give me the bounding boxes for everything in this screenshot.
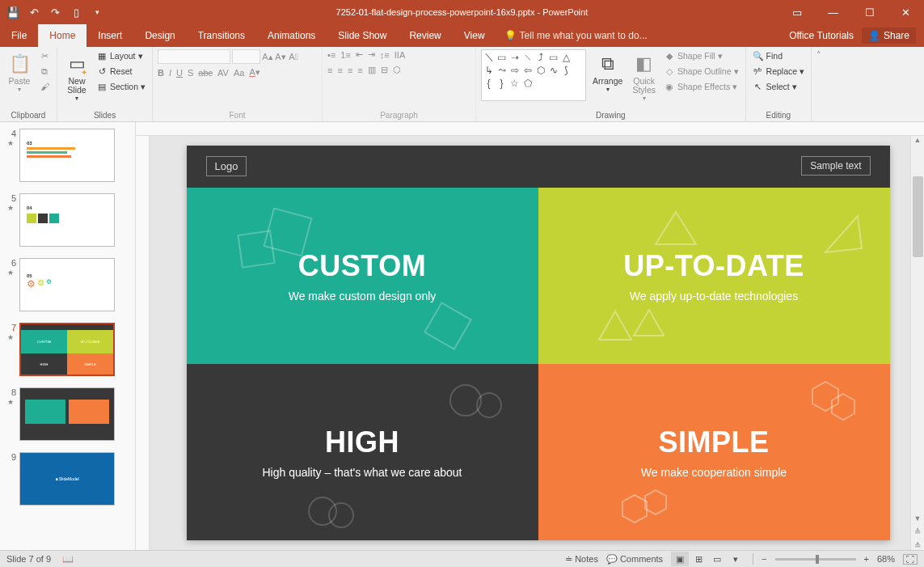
- notes-button[interactable]: ≐Notes: [565, 554, 598, 565]
- shape-line2-icon[interactable]: ⟍: [522, 52, 533, 62]
- font-color-button[interactable]: A▾: [249, 67, 259, 78]
- thumbnail-8[interactable]: 8★: [0, 384, 135, 449]
- quadrant-custom[interactable]: CUSTOM We make custom design only: [187, 188, 538, 364]
- tab-view[interactable]: View: [453, 24, 496, 47]
- slide[interactable]: Logo Sample text CUSTOM We make custom d…: [187, 146, 890, 540]
- normal-view-icon[interactable]: ▣: [671, 552, 689, 566]
- tab-file[interactable]: File: [0, 24, 38, 47]
- new-slide-button[interactable]: ▭✦ New Slide ▾: [62, 49, 91, 104]
- tab-home[interactable]: Home: [38, 24, 86, 47]
- shape-elbow-icon[interactable]: ↳: [483, 65, 494, 75]
- tab-transitions[interactable]: Transitions: [187, 24, 256, 47]
- copy-button[interactable]: ⧉: [37, 65, 52, 78]
- numbering-button[interactable]: 1≡: [340, 50, 351, 60]
- spell-check-icon[interactable]: 📖: [62, 554, 74, 565]
- start-from-beginning-icon[interactable]: ▯: [70, 6, 82, 19]
- bullets-button[interactable]: •≡: [327, 50, 335, 60]
- office-tutorials-link[interactable]: Office Tutorials: [789, 30, 854, 41]
- thumb-preview[interactable]: 04: [19, 193, 115, 247]
- minimize-icon[interactable]: —: [815, 0, 851, 24]
- text-direction-icon[interactable]: IIA: [394, 50, 405, 60]
- align-left-icon[interactable]: ≡: [327, 66, 332, 75]
- undo-icon[interactable]: ↶: [27, 6, 40, 19]
- thumbnail-9[interactable]: 9 ■ SlideModel: [0, 449, 135, 514]
- decrease-font-icon[interactable]: A▾: [275, 51, 286, 62]
- tab-slideshow[interactable]: Slide Show: [327, 24, 398, 47]
- quick-styles-button[interactable]: ◧ Quick Styles ▾: [629, 49, 659, 104]
- qat-dropdown-icon[interactable]: ▾: [91, 6, 103, 19]
- zoom-in-icon[interactable]: +: [864, 554, 869, 564]
- redo-icon[interactable]: ↷: [49, 6, 61, 19]
- slide-sample-text[interactable]: Sample text: [801, 156, 870, 176]
- fit-to-window-icon[interactable]: ⛶: [903, 554, 918, 565]
- slide-logo-placeholder[interactable]: Logo: [206, 156, 247, 176]
- section-button[interactable]: ▤Section ▾: [95, 80, 147, 93]
- shape-outline-button[interactable]: ◇Shape Outline ▾: [662, 65, 740, 78]
- slide-counter[interactable]: Slide 7 of 9: [6, 554, 51, 564]
- zoom-slider[interactable]: [775, 558, 856, 561]
- reset-button[interactable]: ↺Reset: [95, 65, 147, 78]
- scroll-down-icon[interactable]: ▼: [911, 514, 924, 523]
- zoom-out-icon[interactable]: −: [762, 554, 766, 564]
- shape-freeform-icon[interactable]: ⟆: [561, 65, 572, 75]
- find-button[interactable]: 🔍Find: [751, 49, 807, 62]
- shape-line-icon[interactable]: ＼: [483, 52, 494, 62]
- underline-button[interactable]: U: [176, 68, 183, 78]
- increase-indent-icon[interactable]: ⇥: [368, 49, 375, 60]
- thumb-preview[interactable]: CUSTOMUP-TO-DATEHIGHSIMPLE: [19, 323, 115, 376]
- shape-arrow-icon[interactable]: ➝: [509, 52, 520, 62]
- zoom-level[interactable]: 68%: [877, 554, 895, 564]
- tab-design[interactable]: Design: [133, 24, 186, 47]
- quadrant-uptodate[interactable]: UP-TO-DATE We apply up-to-date technolog…: [538, 188, 890, 364]
- thumb-preview[interactable]: [19, 387, 115, 441]
- shape-triangle-icon[interactable]: △: [561, 52, 572, 62]
- scrollbar-thumb[interactable]: [913, 176, 923, 257]
- thumb-preview[interactable]: 03: [19, 129, 115, 182]
- cut-button[interactable]: ✂: [37, 49, 52, 62]
- reading-view-icon[interactable]: ▭: [708, 552, 726, 566]
- shape-brace-r-icon[interactable]: }: [496, 78, 507, 88]
- shape-arrow2-icon[interactable]: ⇨: [509, 65, 520, 75]
- shape-rect-icon[interactable]: ▭: [496, 52, 507, 62]
- layout-button[interactable]: ▦Layout ▾: [95, 49, 147, 62]
- tab-animations[interactable]: Animations: [256, 24, 327, 47]
- change-case-button[interactable]: Aa: [234, 68, 244, 78]
- shapes-gallery[interactable]: ＼▭➝⟍⤴▭ △↳⤳⇨⇦⬡ ∿⟆{}☆⬠: [481, 49, 586, 101]
- scroll-up-icon[interactable]: ▲: [911, 136, 924, 150]
- thumbnail-7[interactable]: 7★ CUSTOMUP-TO-DATEHIGHSIMPLE: [0, 319, 135, 384]
- increase-font-icon[interactable]: A▴: [262, 51, 273, 62]
- tab-review[interactable]: Review: [398, 24, 452, 47]
- shape-rect2-icon[interactable]: ▭: [548, 52, 559, 62]
- font-size-input[interactable]: [232, 49, 260, 64]
- shape-hexagon-icon[interactable]: ⬡: [535, 65, 546, 75]
- decrease-indent-icon[interactable]: ⇤: [356, 49, 363, 60]
- quadrant-high[interactable]: HIGH High quality – that's what we care …: [187, 364, 538, 540]
- thumb-preview[interactable]: 05⚙⚙⚙: [19, 258, 115, 311]
- shape-effects-button[interactable]: ◉Shape Effects ▾: [662, 80, 740, 93]
- thumbnail-5[interactable]: 5★ 04: [0, 190, 135, 255]
- format-painter-button[interactable]: 🖌: [37, 80, 52, 93]
- prev-slide-icon[interactable]: ≜: [911, 527, 924, 536]
- italic-button[interactable]: I: [169, 68, 171, 78]
- save-icon[interactable]: 💾: [6, 6, 19, 19]
- font-family-input[interactable]: [158, 49, 230, 64]
- thumb-preview[interactable]: ■ SlideModel: [19, 452, 115, 506]
- tell-me-search[interactable]: 💡 Tell me what you want to do...: [504, 24, 648, 47]
- share-button[interactable]: 👤 Share: [862, 28, 916, 44]
- select-button[interactable]: ↖Select ▾: [751, 80, 807, 93]
- slide-sorter-view-icon[interactable]: ⊞: [690, 552, 707, 566]
- align-right-icon[interactable]: ≡: [348, 66, 352, 75]
- shape-brace-l-icon[interactable]: {: [483, 78, 494, 88]
- shape-fill-button[interactable]: ◆Shape Fill ▾: [662, 49, 740, 62]
- slideshow-view-icon[interactable]: ▾: [727, 552, 745, 566]
- vertical-scrollbar[interactable]: ▲ ▼ ≜ ≛: [910, 136, 924, 550]
- close-icon[interactable]: ✕: [888, 0, 924, 24]
- maximize-icon[interactable]: ☐: [851, 0, 888, 24]
- character-spacing-button[interactable]: AV: [217, 68, 229, 78]
- shadow-button[interactable]: S: [188, 68, 193, 78]
- justify-icon[interactable]: ≡: [357, 66, 362, 75]
- ribbon-display-icon[interactable]: ▭: [778, 0, 815, 24]
- align-center-icon[interactable]: ≡: [337, 66, 342, 75]
- columns-icon[interactable]: ▥: [368, 65, 376, 75]
- shape-connector-icon[interactable]: ⤴: [535, 52, 546, 62]
